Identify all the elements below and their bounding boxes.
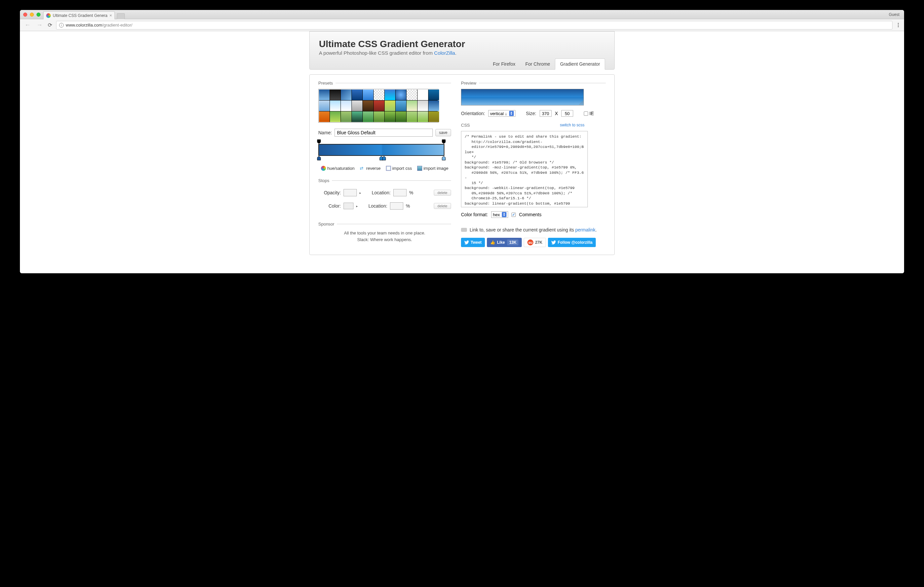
select-arrows-icon: ▲▼ [509, 111, 514, 116]
profile-label[interactable]: Guest [889, 12, 899, 17]
preset-swatch[interactable] [374, 112, 384, 122]
preset-swatch[interactable] [396, 100, 406, 111]
opacity-input[interactable] [343, 189, 357, 196]
preset-swatch[interactable] [363, 100, 373, 111]
preset-swatch[interactable] [407, 100, 417, 111]
reverse-action[interactable]: ⇄ reverse [360, 166, 380, 171]
twitter-icon [464, 240, 469, 244]
preset-swatch[interactable] [319, 90, 330, 100]
import-css-action[interactable]: import css [386, 166, 412, 171]
opacity-caret-icon[interactable]: ▸ [360, 191, 361, 195]
preset-swatch[interactable] [319, 100, 330, 111]
browser-tab[interactable]: Ultimate CSS Gradient Genera × [43, 11, 115, 19]
window-zoom-icon[interactable] [36, 13, 41, 16]
color-location-input[interactable] [390, 202, 403, 210]
preset-swatch[interactable] [417, 112, 428, 122]
site-header: Ultimate CSS Gradient Generator A powerf… [309, 31, 615, 70]
size-x: X [555, 111, 558, 116]
color-delete-button[interactable]: delete [434, 203, 451, 209]
preset-swatch[interactable] [341, 90, 351, 100]
name-input[interactable] [335, 129, 432, 136]
page-subtitle: A powerful Photoshop-like CSS gradient e… [319, 50, 605, 56]
preset-swatch[interactable] [341, 100, 351, 111]
back-button[interactable]: ← [23, 21, 32, 28]
preset-swatch[interactable] [396, 90, 406, 100]
css-output[interactable]: /* Permalink - use to edit and share thi… [461, 131, 588, 207]
preset-swatch[interactable] [407, 112, 417, 122]
color-swatch[interactable] [343, 202, 353, 209]
opacity-label: Opacity: [318, 190, 341, 195]
comments-label: Comments [519, 212, 542, 217]
preset-swatch[interactable] [396, 112, 406, 122]
gradient-bar[interactable] [318, 144, 444, 156]
opacity-delete-button[interactable]: delete [434, 190, 451, 196]
browser-menu-button[interactable] [896, 22, 901, 28]
ie-checkbox[interactable] [584, 112, 588, 116]
color-caret-icon[interactable]: ▸ [356, 204, 358, 208]
stumbleupon-icon: su [527, 240, 533, 245]
preset-swatch[interactable] [330, 100, 340, 111]
preset-swatch[interactable] [319, 112, 330, 122]
preset-swatch[interactable] [352, 90, 363, 100]
nav-firefox[interactable]: For Firefox [488, 58, 520, 69]
preset-swatch[interactable] [363, 112, 373, 122]
colorzilla-link[interactable]: ColorZilla [434, 50, 455, 56]
gradient-editor[interactable] [318, 144, 444, 156]
color-format-label: Color format: [461, 212, 488, 217]
tab-close-icon[interactable]: × [109, 13, 112, 18]
preset-swatch[interactable] [417, 100, 428, 111]
preset-swatch[interactable] [330, 112, 340, 122]
size-label: Size: [526, 111, 536, 116]
reload-button[interactable]: ⟳ [47, 22, 53, 28]
ie-label: IE [589, 111, 594, 116]
location-label-1: Location: [372, 190, 391, 195]
preset-swatch[interactable] [374, 90, 384, 100]
preset-swatch[interactable] [341, 112, 351, 122]
presets-grid [318, 89, 439, 123]
follow-button[interactable]: Follow @colorzilla [548, 238, 596, 247]
preset-swatch[interactable] [429, 112, 439, 122]
hue-saturation-action[interactable]: hue/saturation [321, 166, 355, 171]
location-label-2: Location: [368, 203, 387, 209]
forward-button[interactable]: → [35, 21, 44, 28]
preset-swatch[interactable] [352, 112, 363, 122]
permalink-link[interactable]: permalink [575, 227, 596, 232]
preset-swatch[interactable] [330, 90, 340, 100]
css-section: CSS switch to scss /* Permalink - use to… [461, 123, 606, 218]
preset-swatch[interactable] [407, 90, 417, 100]
preset-swatch[interactable] [429, 90, 439, 100]
twitter-icon [551, 240, 556, 244]
resize-handle-icon[interactable] [579, 101, 583, 105]
nav-chrome[interactable]: For Chrome [520, 58, 555, 69]
like-button[interactable]: 👍 Like 13K [487, 238, 522, 247]
preview-box [461, 89, 584, 105]
nav-gradient-generator[interactable]: Gradient Generator [555, 58, 605, 70]
import-image-action[interactable]: import image [417, 166, 449, 171]
window-close-icon[interactable] [23, 13, 27, 16]
window-minimize-icon[interactable] [30, 13, 34, 16]
size-width-input[interactable] [540, 110, 552, 117]
site-info-icon[interactable]: i [59, 23, 64, 28]
comments-checkbox[interactable] [512, 212, 516, 217]
preset-swatch[interactable] [384, 100, 395, 111]
preset-swatch[interactable] [374, 100, 384, 111]
preset-swatch[interactable] [429, 100, 439, 111]
new-tab-button[interactable] [117, 13, 125, 19]
address-bar[interactable]: i www.colorzilla.com/gradient-editor/ [56, 21, 893, 30]
tweet-button[interactable]: Tweet [461, 238, 485, 247]
save-button[interactable]: save [436, 129, 451, 136]
color-format-select[interactable]: hex ▲▼ [491, 211, 508, 218]
switch-scss-link[interactable]: switch to scss [560, 123, 584, 128]
presets-section: Presets [318, 81, 451, 123]
preset-swatch[interactable] [417, 90, 428, 100]
orientation-select[interactable]: vertical ↓ ▲▼ [488, 110, 515, 117]
opacity-location-input[interactable] [393, 189, 407, 196]
preset-swatch[interactable] [352, 100, 363, 111]
size-height-input[interactable] [561, 110, 573, 117]
preset-swatch[interactable] [363, 90, 373, 100]
browser-toolbar: ← → ⟳ i www.colorzilla.com/gradient-edit… [20, 19, 904, 31]
preset-swatch[interactable] [384, 112, 395, 122]
stops-section: Stops Opacity: ▸ Location: % delete [318, 178, 451, 215]
preset-swatch[interactable] [384, 90, 395, 100]
stumbleupon-button[interactable]: su 27K [524, 238, 546, 247]
